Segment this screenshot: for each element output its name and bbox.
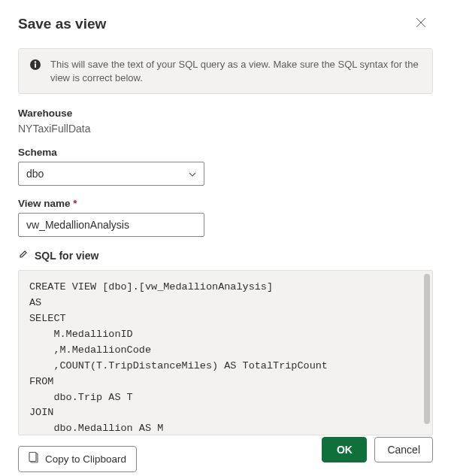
view-name-input[interactable] [18,213,204,237]
dialog-title: Save as view [18,16,106,32]
schema-label: Schema [18,147,433,158]
info-icon [29,59,41,71]
copy-button-label: Copy to Clipboard [45,453,126,465]
info-banner-text: This will save the text of your SQL quer… [50,58,422,84]
schema-field: Schema dbo [18,147,433,186]
cancel-button[interactable]: Cancel [374,437,433,462]
close-icon [416,17,426,31]
sql-code-content: CREATE VIEW [dbo].[vw_MedallionAnalysis]… [19,271,432,435]
dialog-header: Save as view [18,12,433,36]
required-asterisk: * [73,198,77,209]
sql-section-header: SQL for view [18,249,433,262]
view-name-label: View name * [18,198,433,209]
warehouse-label: Warehouse [18,108,433,119]
scrollbar[interactable] [424,274,430,424]
copy-to-clipboard-button[interactable]: Copy to Clipboard [18,446,137,472]
footer-actions: OK Cancel [322,437,433,462]
close-button[interactable] [409,12,433,36]
chevron-down-icon [189,170,196,178]
warehouse-value: NYTaxiFullData [18,123,433,135]
view-name-label-text: View name [18,198,71,209]
sql-edit-icon [18,249,29,262]
svg-rect-4 [29,453,36,462]
ok-button[interactable]: OK [322,437,367,462]
sql-section-title: SQL for view [35,250,98,262]
svg-rect-2 [35,64,36,68]
warehouse-field: Warehouse NYTaxiFullData [18,108,433,135]
clipboard-icon [29,452,39,466]
schema-select[interactable]: dbo [18,162,204,186]
info-banner: This will save the text of your SQL quer… [18,48,433,94]
sql-code-box[interactable]: CREATE VIEW [dbo].[vw_MedallionAnalysis]… [18,270,433,435]
svg-point-1 [35,61,36,62]
view-name-field: View name * [18,198,433,237]
schema-selected-value: dbo [26,168,44,180]
